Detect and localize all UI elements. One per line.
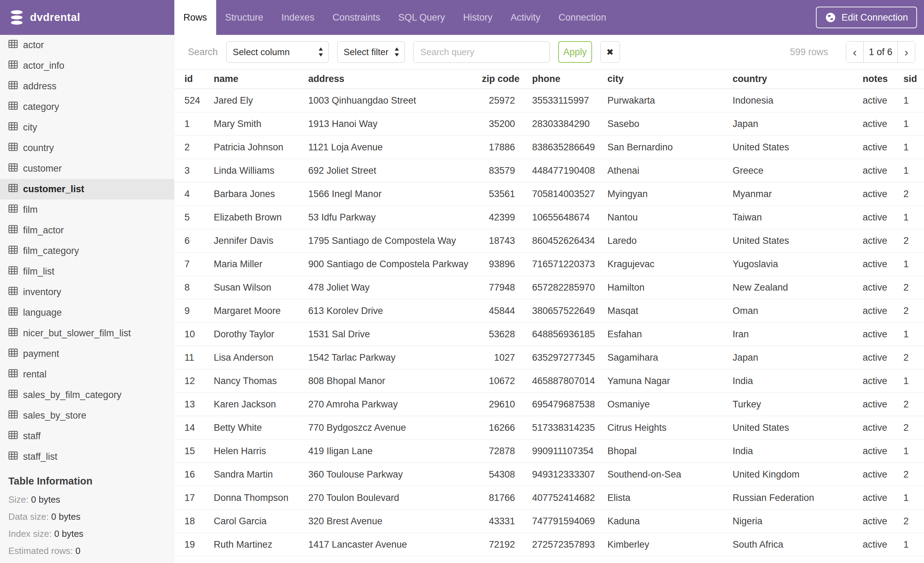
column-header-name[interactable]: name <box>214 69 308 89</box>
table-cell[interactable]: 1 <box>903 112 924 136</box>
table-cell[interactable]: Myingyan <box>608 182 733 206</box>
sidebar-item-film_list[interactable]: film_list <box>0 261 174 282</box>
table-cell[interactable]: 83579 <box>482 159 532 182</box>
table-cell[interactable]: Sandra Martin <box>214 463 308 486</box>
table-cell[interactable]: 949312333307 <box>532 463 608 486</box>
table-cell[interactable]: active <box>862 510 903 533</box>
table-cell[interactable]: 380657522649 <box>532 299 608 323</box>
table-cell[interactable]: Donna Thompson <box>214 486 308 510</box>
table-row[interactable]: 17Donna Thompson270 Toulon Boulevard8176… <box>174 486 924 510</box>
table-cell[interactable]: 1 <box>903 533 924 556</box>
table-cell[interactable]: 43331 <box>482 510 532 533</box>
column-header-zip-code[interactable]: zip code <box>482 69 532 89</box>
table-cell[interactable]: 12 <box>174 369 214 393</box>
table-row[interactable]: 7Maria Miller900 Santiago de Compostela … <box>174 252 924 276</box>
table-cell[interactable]: active <box>862 533 903 556</box>
table-cell[interactable]: Jennifer Davis <box>214 229 308 252</box>
sidebar-item-actor[interactable]: actor <box>0 35 174 56</box>
table-cell[interactable]: 93896 <box>482 252 532 276</box>
table-cell[interactable]: 705814003527 <box>532 182 608 206</box>
table-cell[interactable]: 419 Iligan Lane <box>308 440 482 463</box>
table-cell[interactable]: 19 <box>174 533 214 556</box>
table-cell[interactable]: active <box>862 206 903 229</box>
table-cell[interactable]: Elizabeth Brown <box>214 206 308 229</box>
table-cell[interactable]: 13 <box>174 393 214 416</box>
table-cell[interactable]: Nantou <box>608 206 733 229</box>
table-cell[interactable]: Maria Miller <box>214 252 308 276</box>
table-cell[interactable]: 28303384290 <box>532 112 608 136</box>
table-cell[interactable]: 72878 <box>482 440 532 463</box>
table-cell[interactable]: Iran <box>733 323 862 346</box>
table-cell[interactable]: Ruth Martinez <box>214 533 308 556</box>
table-cell[interactable]: Mary Smith <box>214 112 308 136</box>
table-cell[interactable]: 17886 <box>482 136 532 159</box>
table-cell[interactable]: Japan <box>733 112 862 136</box>
table-row[interactable]: 15Helen Harris419 Iligan Lane72878990911… <box>174 440 924 463</box>
table-cell[interactable]: Yugoslavia <box>733 252 862 276</box>
table-cell[interactable]: 517338314235 <box>532 416 608 440</box>
sidebar-item-staff[interactable]: staff <box>0 426 174 446</box>
sidebar-item-nicer_but_slower_film_list[interactable]: nicer_but_slower_film_list <box>0 323 174 344</box>
table-cell[interactable]: Athenai <box>608 159 733 182</box>
table-cell[interactable]: 320 Brest Avenue <box>308 510 482 533</box>
table-cell[interactable]: active <box>862 136 903 159</box>
tab-activity[interactable]: Activity <box>501 0 549 35</box>
table-cell[interactable]: San Bernardino <box>608 136 733 159</box>
sidebar-item-staff_list[interactable]: staff_list <box>0 446 174 467</box>
table-cell[interactable]: 478 Joliet Way <box>308 276 482 299</box>
table-cell[interactable]: Kimberley <box>608 533 733 556</box>
tab-history[interactable]: History <box>454 0 501 35</box>
table-row[interactable]: 10Dorothy Taylor1531 Sal Drive5362864885… <box>174 323 924 346</box>
table-cell[interactable]: 407752414682 <box>532 486 608 510</box>
sidebar-item-film[interactable]: film <box>0 200 174 220</box>
table-cell[interactable]: Elista <box>608 486 733 510</box>
table-cell[interactable]: 2 <box>174 136 214 159</box>
table-cell[interactable]: 465887807014 <box>532 369 608 393</box>
table-cell[interactable]: 648856936185 <box>532 323 608 346</box>
table-cell[interactable]: 1027 <box>482 346 532 369</box>
table-cell[interactable]: 25972 <box>482 89 532 112</box>
table-cell[interactable]: Nancy Thomas <box>214 369 308 393</box>
table-row[interactable]: 13Karen Jackson270 Amroha Parkway2961069… <box>174 393 924 416</box>
table-cell[interactable]: 5 <box>174 206 214 229</box>
table-cell[interactable]: United States <box>733 229 862 252</box>
table-cell[interactable]: India <box>733 440 862 463</box>
table-cell[interactable]: 14 <box>174 416 214 440</box>
tab-structure[interactable]: Structure <box>216 0 273 35</box>
table-cell[interactable]: 2 <box>903 510 924 533</box>
table-cell[interactable]: 6 <box>174 229 214 252</box>
table-cell[interactable]: Yamuna Nagar <box>608 369 733 393</box>
table-cell[interactable]: Taiwan <box>733 206 862 229</box>
tab-rows[interactable]: Rows <box>174 0 216 35</box>
table-cell[interactable]: Indonesia <box>733 89 862 112</box>
column-header-phone[interactable]: phone <box>532 69 608 89</box>
table-cell[interactable]: 15 <box>174 440 214 463</box>
sidebar-item-category[interactable]: category <box>0 97 174 117</box>
table-cell[interactable]: active <box>862 229 903 252</box>
clear-search-button[interactable]: ✖ <box>600 41 620 63</box>
table-row[interactable]: 524Jared Ely1003 Qinhuangdao Street25972… <box>174 89 924 112</box>
table-cell[interactable]: 657282285970 <box>532 276 608 299</box>
sidebar-item-payment[interactable]: payment <box>0 344 174 364</box>
table-cell[interactable]: 1 <box>903 369 924 393</box>
sidebar-item-language[interactable]: language <box>0 302 174 323</box>
table-cell[interactable]: active <box>862 346 903 369</box>
table-cell[interactable]: Russian Federation <box>733 486 862 510</box>
table-cell[interactable]: 1542 Tarlac Parkway <box>308 346 482 369</box>
table-cell[interactable]: 1417 Lancaster Avenue <box>308 533 482 556</box>
table-cell[interactable]: Bhopal <box>608 440 733 463</box>
table-row[interactable]: 5Elizabeth Brown53 Idfu Parkway423991065… <box>174 206 924 229</box>
table-cell[interactable]: Susan Wilson <box>214 276 308 299</box>
sidebar-item-sales_by_store[interactable]: sales_by_store <box>0 405 174 426</box>
table-row[interactable]: 18Carol Garcia320 Brest Avenue4333174779… <box>174 510 924 533</box>
table-cell[interactable]: Myanmar <box>733 182 862 206</box>
sidebar-item-film_category[interactable]: film_category <box>0 241 174 261</box>
filter-select[interactable]: Select filter <box>337 41 405 63</box>
apply-button[interactable]: Apply <box>558 41 592 63</box>
table-cell[interactable]: 8 <box>174 276 214 299</box>
table-cell[interactable]: 1795 Santiago de Compostela Way <box>308 229 482 252</box>
table-cell[interactable]: 45844 <box>482 299 532 323</box>
column-header-id[interactable]: id <box>174 69 214 89</box>
table-cell[interactable]: 1003 Qinhuangdao Street <box>308 89 482 112</box>
table-cell[interactable]: 16 <box>174 463 214 486</box>
